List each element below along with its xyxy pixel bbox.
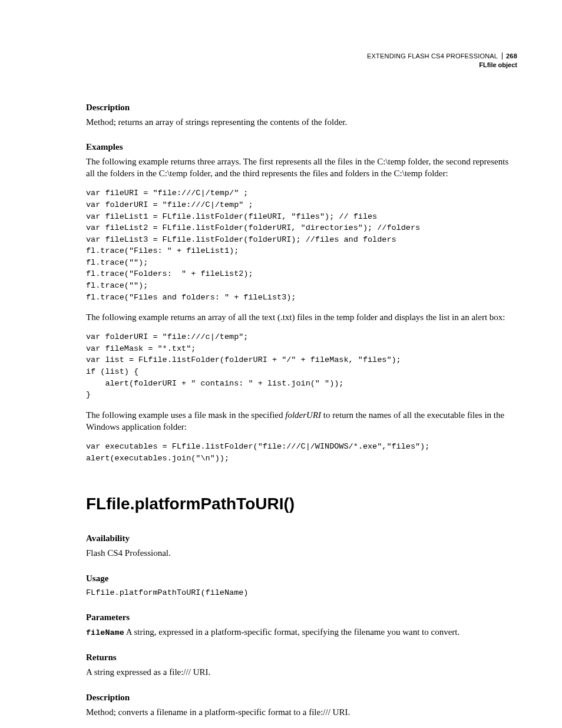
page-number: 268 [502,52,517,60]
availability-section: Availability Flash CS4 Professional. [86,533,517,559]
intro3-italic: folderURI [285,410,321,420]
description2-section: Description Method; converts a filename … [86,693,517,718]
description2-heading: Description [86,693,517,703]
examples-section: Examples The following example returns t… [86,142,517,464]
description-section: Description Method; returns an array of … [86,103,517,128]
availability-text: Flash CS4 Professional. [86,547,517,559]
usage-heading: Usage [86,574,517,584]
returns-heading: Returns [86,653,517,663]
examples-heading: Examples [86,142,517,152]
intro3-part-a: The following example uses a file mask i… [86,410,285,420]
usage-section: Usage FLfile.platformPathToURI(fileName) [86,574,517,599]
example-code-3: var executables = FLfile.listFolder("fil… [86,441,517,464]
example-code-1: var fileURI = "file:///C|/temp/" ; var f… [86,187,517,303]
example-intro-1: The following example returns three arra… [86,156,517,180]
parameter-text: A string, expressed in a platform-specif… [124,627,459,637]
parameters-heading: Parameters [86,612,517,622]
description2-text: Method; converts a filename in a platfor… [86,706,517,718]
header-top-line: EXTENDING FLASH CS4 PROFESSIONAL 268 [86,52,517,61]
page-header: EXTENDING FLASH CS4 PROFESSIONAL 268 FLf… [86,52,517,70]
description-text: Method; returns an array of strings repr… [86,116,517,128]
availability-heading: Availability [86,533,517,543]
parameter-name: fileName [86,628,124,637]
parameters-section: Parameters fileName A string, expressed … [86,612,517,638]
parameter-line: fileName A string, expressed in a platfo… [86,626,517,638]
example-code-2: var folderURI = "file:///c|/temp"; var f… [86,331,517,400]
doc-title: EXTENDING FLASH CS4 PROFESSIONAL [367,52,498,60]
page-content: EXTENDING FLASH CS4 PROFESSIONAL 268 FLf… [0,0,562,728]
description-heading: Description [86,103,517,113]
returns-section: Returns A string expressed as a file:///… [86,653,517,678]
example-intro-3: The following example uses a file mask i… [86,409,517,433]
usage-code: FLfile.platformPathToURI(fileName) [86,587,517,599]
returns-text: A string expressed as a file:/// URI. [86,666,517,678]
header-section: FLfile object [86,61,517,70]
method-title: FLfile.platformPathToURI() [86,495,517,513]
example-intro-2: The following example returns an array o… [86,311,517,323]
